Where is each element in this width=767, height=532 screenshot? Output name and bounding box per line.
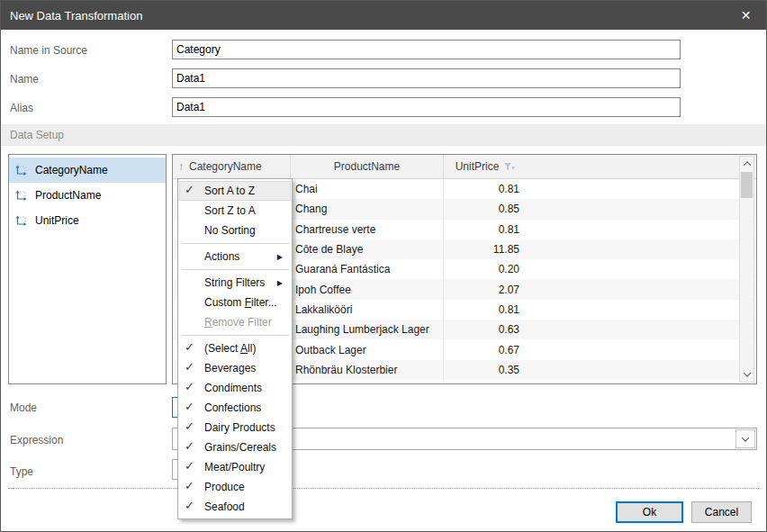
name-in-source-input[interactable]: Category (172, 40, 681, 59)
product-cell: Ipoh Coffee (290, 279, 443, 299)
menu-item-category-condiments[interactable]: ✓ Condiments (179, 378, 291, 398)
product-cell: Guaraná Fantástica (290, 259, 443, 279)
menu-item-category-dairy-products[interactable]: ✓ Dairy Products (179, 418, 291, 437)
menu-item-sort-a-to-z[interactable]: ✓ Sort A to Z (179, 181, 291, 201)
filter-icon[interactable] (503, 162, 515, 172)
expression-label: Expression (10, 434, 63, 446)
product-cell: Chai (290, 179, 443, 199)
section-title: Data Setup (1, 129, 64, 141)
close-button[interactable]: ✕ (726, 1, 766, 30)
column-header-label: UnitPrice (456, 160, 500, 173)
scroll-down-icon[interactable] (740, 367, 753, 382)
check-icon: ✓ (185, 439, 194, 453)
cancel-button[interactable]: Cancel (691, 501, 752, 523)
price-cell: 0.81 (443, 220, 527, 239)
title-bar: New Data Transformation ✕ (1, 1, 766, 30)
product-cell: Chartreuse verte (290, 220, 443, 239)
price-cell: 0.81 (443, 300, 527, 320)
check-icon: ✓ (185, 499, 194, 512)
mode-label: Mode (10, 401, 37, 414)
alias-input[interactable]: Data1 (172, 97, 681, 117)
grid-header-row: ↑ CategoryName ProductName UnitPrice (173, 155, 756, 179)
field-item-productname[interactable]: ProductName (9, 183, 166, 208)
field-item-label: ProductName (35, 189, 101, 202)
cancel-button-label: Cancel (705, 506, 738, 518)
menu-separator (181, 269, 289, 270)
submenu-arrow-icon: ▶ (277, 279, 283, 287)
submenu-arrow-icon: ▶ (277, 253, 283, 261)
name-label: Name (10, 73, 39, 86)
product-cell: Côte de Blaye (290, 239, 443, 259)
dialog-title: New Data Transformation (1, 9, 142, 23)
field-axis-icon (14, 214, 27, 227)
price-cell: 0.67 (443, 339, 527, 359)
column-header-unitprice[interactable]: UnitPrice (443, 155, 527, 178)
field-item-label: CategoryName (35, 164, 108, 176)
menu-separator (181, 243, 289, 244)
menu-item-category-grains-cereals[interactable]: ✓ Grains/Cereals (179, 437, 291, 457)
scrollbar-thumb[interactable] (741, 172, 753, 198)
menu-item-category-meat-poultry[interactable]: ✓ Meat/Poultry (179, 457, 291, 477)
vertical-scrollbar[interactable] (739, 156, 754, 383)
field-item-unitprice[interactable]: UnitPrice (9, 208, 166, 233)
menu-item-category-confections[interactable]: ✓ Confections (179, 398, 291, 418)
column-filter-menu: ✓ Sort A to Z Sort Z to A No Sorting Act… (177, 178, 293, 519)
expression-dropdown-button[interactable] (735, 429, 755, 448)
check-icon: ✓ (185, 459, 194, 473)
product-cell: Chang (290, 199, 443, 219)
menu-item-category-produce[interactable]: ✓ Produce (179, 477, 291, 497)
data-setup-section-header: Data Setup (1, 124, 766, 146)
alias-label: Alias (10, 102, 33, 114)
scroll-up-icon[interactable] (740, 157, 753, 171)
price-cell: 0.63 (443, 320, 527, 339)
menu-item-actions[interactable]: Actions ▶ (179, 247, 291, 266)
check-icon: ✓ (185, 479, 194, 492)
type-label: Type (10, 465, 33, 478)
price-cell: 11.85 (443, 239, 527, 259)
check-icon: ✓ (185, 340, 194, 354)
field-item-label: UnitPrice (35, 214, 79, 227)
product-cell: Laughing Lumberjack Lager (290, 320, 443, 339)
check-icon: ✓ (185, 380, 194, 393)
product-cell: Lakkalikööri (290, 300, 443, 320)
product-cell: Outback Lager (290, 339, 443, 359)
price-cell: 0.81 (443, 179, 527, 199)
menu-item-category-beverages[interactable]: ✓ Beverages (179, 358, 291, 378)
menu-separator (181, 335, 289, 336)
check-icon: ✓ (185, 183, 194, 196)
product-cell: Rhönbräu Klosterbier (290, 360, 443, 380)
ok-button-label: Ok (643, 506, 656, 518)
price-cell: 0.85 (443, 199, 527, 219)
column-header-categoryname[interactable]: ↑ CategoryName (173, 155, 290, 178)
price-cell: 2.07 (443, 279, 527, 299)
column-header-productname[interactable]: ProductName (290, 155, 443, 178)
field-axis-icon (14, 189, 27, 202)
price-cell: 0.20 (443, 259, 527, 279)
menu-item-custom-filter[interactable]: Custom Filter... (179, 293, 291, 312)
check-icon: ✓ (185, 419, 194, 433)
menu-item-category-seafood[interactable]: ✓ Seafood (179, 497, 291, 517)
check-icon: ✓ (185, 360, 194, 374)
column-header-label: ProductName (334, 160, 400, 173)
menu-item-no-sorting[interactable]: No Sorting (179, 221, 291, 240)
close-icon: ✕ (741, 8, 752, 23)
field-axis-icon (14, 164, 27, 176)
name-input[interactable]: Data1 (172, 68, 681, 88)
field-list: CategoryName ProductName UnitPrice (8, 154, 167, 384)
price-cell: 0.35 (443, 360, 527, 380)
button-area-separator (8, 488, 759, 489)
sort-ascending-icon: ↑ (178, 160, 184, 173)
column-header-label: CategoryName (189, 160, 262, 173)
name-in-source-label: Name in Source (10, 44, 87, 57)
menu-item-remove-filter: Remove Filter (179, 312, 291, 332)
check-icon: ✓ (185, 400, 194, 413)
menu-item-sort-z-to-a[interactable]: Sort Z to A (179, 201, 291, 221)
new-data-transformation-dialog: New Data Transformation ✕ Name in Source… (0, 0, 767, 532)
menu-item-select-all[interactable]: ✓ (Select All) (179, 338, 291, 358)
ok-button[interactable]: Ok (616, 501, 683, 523)
menu-item-string-filters[interactable]: String Filters ▶ (179, 273, 291, 293)
chevron-down-icon (742, 434, 749, 441)
field-item-categoryname[interactable]: CategoryName (9, 158, 166, 183)
